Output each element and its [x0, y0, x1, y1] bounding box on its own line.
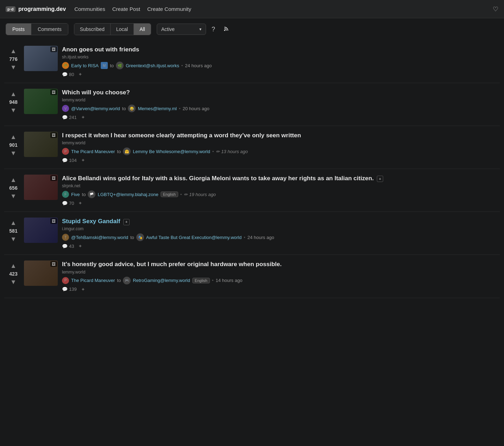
upvote-button[interactable]: ▲ — [9, 262, 18, 270]
image-icon: 🖼 — [50, 89, 57, 95]
upvote-button[interactable]: ▲ — [9, 90, 18, 98]
to-label: to — [82, 192, 86, 197]
downvote-button[interactable]: ▼ — [9, 149, 18, 157]
author-avatar: 🌴 — [62, 62, 69, 69]
share-icon[interactable]: ✦ — [81, 114, 85, 120]
logo-badge: p·d — [6, 6, 15, 12]
comment-button[interactable]: 💬 80 — [62, 72, 74, 77]
comment-count: 139 — [69, 287, 77, 292]
rss-button[interactable] — [221, 24, 232, 35]
post-body: I respect it when I hear someone clearly… — [62, 132, 497, 163]
vote-column: ▲ 776 ▼ — [7, 47, 20, 71]
upvote-button[interactable]: ▲ — [9, 176, 18, 184]
filter-local[interactable]: Local — [111, 24, 134, 35]
post-title[interactable]: Stupid Sexy Gandalf + — [62, 218, 497, 225]
share-icon[interactable]: ✦ — [81, 157, 85, 163]
author-link[interactable]: Five — [71, 192, 80, 197]
svg-point-0 — [224, 30, 225, 31]
post-thumbnail[interactable]: 🖼 — [24, 132, 58, 157]
post-body: Alice Bellandi wins gold for Italy with … — [62, 175, 497, 206]
share-icon[interactable]: ✦ — [81, 287, 85, 292]
share-icon[interactable]: ✦ — [78, 200, 82, 206]
post-meta: V @Varven@lemmy.world to 😂 Memes@lemmy.m… — [62, 105, 497, 112]
comment-button[interactable]: 💬 104 — [62, 158, 77, 163]
post-time: 24 hours ago — [185, 63, 212, 68]
share-icon[interactable]: ✦ — [78, 71, 82, 77]
to-label: to — [117, 278, 121, 283]
vote-column: ▲ 581 ▼ — [7, 219, 20, 243]
downvote-button[interactable]: ▼ — [9, 63, 18, 71]
post-thumbnail[interactable]: 🖼 — [24, 89, 58, 114]
author-link[interactable]: @Varven@lemmy.world — [71, 106, 120, 111]
community-link[interactable]: Lemmy Be Wholesome@lemmy.world — [133, 149, 210, 154]
community-avatar: 😂 — [128, 105, 136, 112]
author-avatar: F — [62, 191, 69, 198]
nav-create-community[interactable]: Create Community — [147, 6, 191, 12]
upvote-button[interactable]: ▲ — [9, 47, 18, 55]
header-nav: Communities Create Post Create Community — [74, 6, 191, 12]
post-domain: sh.itjust.works — [62, 55, 497, 59]
community-link[interactable]: Awful Taste But Great Execution@lemmy.wo… — [146, 235, 242, 240]
post-title[interactable]: It's honestly good advice, but I much pr… — [62, 260, 497, 268]
post-footer: 💬 70 ✦ — [62, 200, 497, 206]
tab-comments[interactable]: Comments — [31, 24, 68, 35]
upvote-button[interactable]: ▲ — [9, 133, 18, 141]
comment-button[interactable]: 💬 43 — [62, 244, 74, 249]
share-icon[interactable]: ✦ — [78, 243, 82, 249]
vote-count: 901 — [9, 142, 17, 148]
post-thumbnail[interactable]: 🖼 — [24, 175, 58, 200]
nav-communities[interactable]: Communities — [74, 6, 105, 12]
comment-icon: 💬 — [62, 72, 68, 77]
author-link[interactable]: The Picard Maneuver — [71, 278, 115, 283]
post-thumbnail[interactable]: 🖼 — [24, 260, 58, 286]
vote-column: ▲ 423 ▼ — [7, 262, 20, 286]
comment-button[interactable]: 💬 241 — [62, 115, 77, 120]
author-link[interactable]: @TehBamski@lemmy.world — [71, 235, 128, 240]
upvote-button[interactable]: ▲ — [9, 219, 18, 227]
community-link[interactable]: Greentext@sh.itjust.works — [126, 63, 179, 68]
comment-icon: 💬 — [62, 287, 68, 292]
heart-icon[interactable]: ♡ — [493, 5, 498, 13]
post-body: It's honestly good advice, but I much pr… — [62, 260, 497, 292]
post-title[interactable]: Which will you choose? — [62, 89, 497, 96]
lang-badge: English — [161, 191, 178, 197]
tab-posts[interactable]: Posts — [6, 24, 31, 35]
downvote-button[interactable]: ▼ — [9, 106, 18, 114]
image-icon: 🖼 — [50, 175, 57, 181]
post-thumbnail[interactable]: 🖼 — [24, 218, 58, 243]
post-thumbnail[interactable]: 🖼 — [24, 46, 58, 71]
nav-create-post[interactable]: Create Post — [112, 6, 140, 12]
to-label: to — [130, 235, 134, 240]
image-icon: 🖼 — [50, 218, 57, 224]
community-avatar: 🏳️ — [88, 190, 95, 198]
vote-count: 776 — [9, 56, 17, 62]
sort-select[interactable]: Active ▾ — [157, 24, 206, 35]
site-logo[interactable]: p·d programming.dev — [6, 6, 66, 12]
expand-icon[interactable]: + — [123, 219, 130, 225]
vote-count: 948 — [9, 99, 17, 105]
post-item: ▲ 581 ▼ 🖼 Stupid Sexy Gandalf + i.imgur.… — [4, 212, 500, 255]
type-tab-group: Posts Comments — [6, 23, 68, 35]
community-link[interactable]: LGBTQ+@lemmy.blahaj.zone — [98, 192, 158, 197]
community-link[interactable]: RetroGaming@lemmy.world — [133, 278, 190, 283]
post-item: ▲ 948 ▼ 🖼 Which will you choose? lemmy.w… — [4, 83, 500, 126]
author-link[interactable]: Early to RISA — [71, 63, 99, 68]
post-time: 14 hours ago — [216, 278, 242, 283]
filter-subscribed[interactable]: Subscribed — [74, 24, 111, 35]
downvote-button[interactable]: ▼ — [9, 278, 18, 286]
expand-icon[interactable]: + — [377, 176, 383, 182]
help-button[interactable]: ? — [209, 24, 218, 35]
comment-button[interactable]: 💬 139 — [62, 287, 77, 292]
post-title[interactable]: Anon goes out with friends — [62, 46, 497, 54]
post-body: Stupid Sexy Gandalf + i.imgur.com T @Teh… — [62, 218, 497, 249]
post-title[interactable]: I respect it when I hear someone clearly… — [62, 132, 497, 139]
comment-button[interactable]: 💬 70 — [62, 201, 74, 206]
author-link[interactable]: The Picard Maneuver — [71, 149, 115, 154]
downvote-button[interactable]: ▼ — [9, 192, 18, 200]
filter-all[interactable]: All — [134, 24, 151, 35]
community-link[interactable]: Memes@lemmy.ml — [138, 106, 176, 111]
post-footer: 💬 104 ✦ — [62, 157, 497, 163]
downvote-button[interactable]: ▼ — [9, 235, 18, 243]
post-domain: slrpnk.net — [62, 183, 497, 188]
post-title[interactable]: Alice Bellandi wins gold for Italy with … — [62, 175, 497, 182]
